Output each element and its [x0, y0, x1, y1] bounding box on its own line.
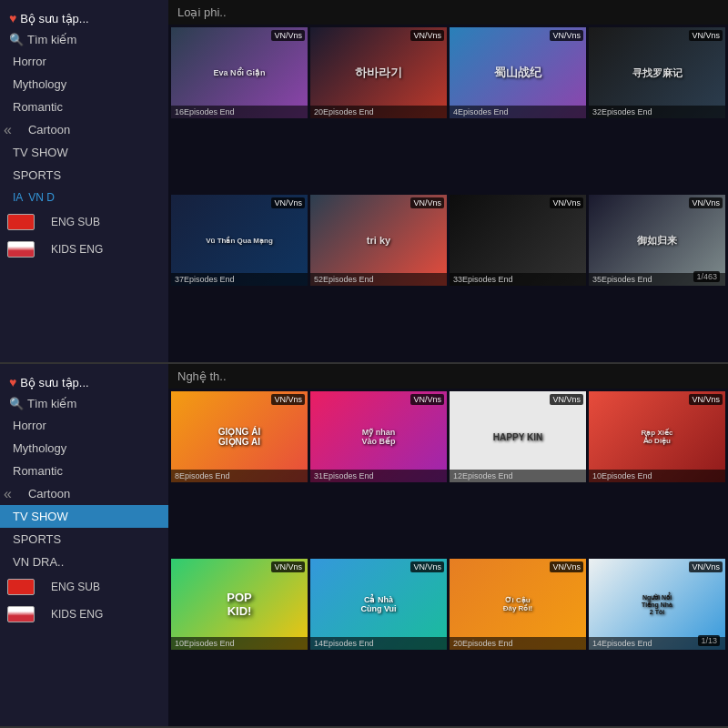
- card-top-0[interactable]: Eva Nổi Giận VN/Vns 16Episodes End: [171, 27, 308, 118]
- sidebar-item-mythology-bottom[interactable]: Mythology: [0, 437, 168, 460]
- sidebar-item-tvshow-top[interactable]: TV SHOW: [0, 141, 168, 164]
- card-footer-top-5: 52Episodes End: [310, 273, 447, 286]
- kids-eng-top[interactable]: KIDS ENG: [38, 239, 116, 259]
- card-title-bottom-5: Cả NhàCùng Vui: [360, 595, 396, 613]
- card-bottom-7[interactable]: Người NổiTiếng Nhà2 Tôi VN/Vns 14Episode…: [589, 559, 725, 650]
- card-bg-bottom-5: Cả NhàCùng Vui: [310, 559, 447, 650]
- main-content-bottom: Nghệ th.. GIỌNG ÁIGIỌNG AI VN/Vns 8Episo…: [168, 364, 728, 726]
- card-title-bottom-0: GIỌNG ÁIGIỌNG AI: [218, 427, 260, 447]
- card-top-2[interactable]: 蜀山战纪 VN/Vns 4Episodes End: [450, 27, 586, 118]
- card-title-bottom-4: POPKID!: [227, 591, 251, 618]
- card-top-1[interactable]: 하바라기 VN/Vns 20Episodes End: [310, 27, 447, 118]
- tag-vnd[interactable]: VN D: [28, 191, 55, 204]
- card-bg-bottom-0: GIỌNG ÁIGIỌNG AI: [171, 391, 308, 482]
- sidebar-item-cartoon-bottom[interactable]: Cartoon: [15, 482, 83, 505]
- card-badge-bottom-6: VN/Vns: [550, 561, 583, 572]
- card-badge-top-0: VN/Vns: [271, 30, 305, 41]
- card-top-6[interactable]: VN/Vns 33Episodes End: [450, 195, 586, 286]
- bottom-collection-title: Bộ sưu tập...: [20, 376, 88, 389]
- panel-bottom: ♥ Bộ sưu tập... 🔍 Tìm kiếm Horror Mythol…: [0, 364, 728, 728]
- card-bg-bottom-4: POPKID!: [171, 559, 308, 650]
- card-bottom-3[interactable]: Rạp XiếcẢo Diệu VN/Vns 10Episodes End: [589, 391, 725, 482]
- card-footer-bottom-4: 10Episodes End: [171, 637, 308, 650]
- card-bottom-4[interactable]: POPKID! VN/Vns 10Episodes End: [171, 559, 308, 650]
- bottom-search-row[interactable]: 🔍 Tìm kiếm: [0, 393, 168, 414]
- card-title-bottom-7: Người NổiTiếng Nhà2 Tôi: [642, 594, 672, 615]
- sidebar-bottom: ♥ Bộ sưu tập... 🔍 Tìm kiếm Horror Mythol…: [0, 364, 168, 726]
- top-sidebar-header: ♥ Bộ sưu tập...: [0, 7, 168, 29]
- card-footer-top-0: 16Episodes End: [171, 106, 308, 118]
- eng-sub-bottom[interactable]: ENG SUB: [38, 577, 113, 597]
- top-search-label: Tìm kiếm: [27, 33, 76, 46]
- sidebar-item-tvshow-bottom[interactable]: TV SHOW: [0, 505, 168, 528]
- card-bg-top-2: 蜀山战纪: [450, 27, 586, 118]
- card-footer-bottom-6: 20Episodes End: [450, 637, 586, 650]
- card-badge-bottom-0: VN/Vns: [271, 394, 305, 405]
- flag-row-bottom: ENG SUB: [0, 573, 168, 601]
- chevron-back-bottom: «: [0, 484, 15, 504]
- card-top-7[interactable]: 御如归来 VN/Vns 35Episodes End 1/463: [589, 195, 725, 286]
- card-badge-bottom-4: VN/Vns: [271, 561, 305, 572]
- card-footer-bottom-2: 12Episodes End: [450, 470, 586, 482]
- card-bottom-6[interactable]: Ơi CậuĐây Rồi! VN/Vns 20Episodes End: [450, 559, 586, 650]
- card-title-top-4: Vũ Thần Qua Mạng: [206, 237, 273, 245]
- page-badge-top: 1/463: [693, 271, 720, 282]
- card-badge-top-6: VN/Vns: [550, 197, 583, 208]
- card-title-top-2: 蜀山战纪: [494, 65, 541, 81]
- sidebar-item-horror-bottom[interactable]: Horror: [0, 414, 168, 437]
- card-bg-top-4: Vũ Thần Qua Mạng: [171, 195, 308, 286]
- card-bg-top-5: tri ky: [310, 195, 447, 286]
- card-footer-top-4: 37Episodes End: [171, 273, 308, 286]
- card-bottom-1[interactable]: Mỹ nhanVào Bếp VN/Vns 31Episodes End: [310, 391, 447, 482]
- card-badge-top-4: VN/Vns: [271, 197, 305, 208]
- page-badge-bottom: 1/13: [698, 635, 720, 646]
- card-badge-bottom-1: VN/Vns: [410, 394, 444, 405]
- card-top-4[interactable]: Vũ Thần Qua Mạng VN/Vns 37Episodes End: [171, 195, 308, 286]
- flag-kr-top: [7, 241, 35, 258]
- card-badge-bottom-3: VN/Vns: [689, 394, 723, 405]
- sidebar-item-sports-top[interactable]: SPORTS: [0, 164, 168, 187]
- sidebar-item-romantic-top[interactable]: Romantic: [0, 96, 168, 118]
- grid-bottom: GIỌNG ÁIGIỌNG AI VN/Vns 8Episodes End Mỹ…: [168, 389, 728, 726]
- card-bottom-5[interactable]: Cả NhàCùng Vui VN/Vns 14Episodes End: [310, 559, 447, 650]
- sidebar-item-mythology-top[interactable]: Mythology: [0, 73, 168, 96]
- card-badge-bottom-7: VN/Vns: [689, 561, 723, 572]
- card-bottom-2[interactable]: HAPPY KIN VN/Vns 12Episodes End: [450, 391, 586, 482]
- card-badge-top-2: VN/Vns: [550, 30, 583, 41]
- card-footer-bottom-0: 8Episodes End: [171, 470, 308, 482]
- tag-ia[interactable]: IA: [13, 191, 23, 204]
- top-search-row[interactable]: 🔍 Tìm kiếm: [0, 29, 168, 50]
- content-header-label-bottom: Nghệ th..: [177, 369, 227, 383]
- flag-vn-bottom: [7, 579, 35, 595]
- kids-eng-bottom[interactable]: KIDS ENG: [38, 604, 116, 624]
- tag-row-top: IA VN D: [0, 187, 168, 208]
- sidebar-item-romantic-bottom[interactable]: Romantic: [0, 460, 168, 482]
- card-top-5[interactable]: tri ky VN/Vns 52Episodes End: [310, 195, 447, 286]
- eng-sub-top[interactable]: ENG SUB: [38, 212, 113, 232]
- flag-row-kids-top: KIDS ENG: [0, 236, 168, 263]
- sidebar-item-sports-bottom[interactable]: SPORTS: [0, 528, 168, 551]
- card-bg-top-3: 寻找罗麻记: [589, 27, 725, 118]
- card-footer-top-2: 4Episodes End: [450, 106, 586, 118]
- chevron-back-top: «: [0, 120, 15, 140]
- search-icon-bottom: 🔍: [9, 397, 24, 410]
- sidebar-item-vndra-bottom[interactable]: VN DRA..: [0, 551, 168, 573]
- card-bottom-0[interactable]: GIỌNG ÁIGIỌNG AI VN/Vns 8Episodes End: [171, 391, 308, 482]
- content-header-bottom: Nghệ th..: [168, 364, 728, 389]
- card-title-top-1: 하바라기: [355, 65, 402, 81]
- card-badge-top-5: VN/Vns: [410, 197, 444, 208]
- top-collection-title: Bộ sưu tập...: [20, 12, 88, 25]
- card-bg-bottom-3: Rạp XiếcẢo Diệu: [589, 391, 725, 482]
- card-badge-top-7: VN/Vns: [689, 197, 723, 208]
- card-bg-bottom-2: HAPPY KIN: [450, 391, 586, 482]
- grid-top: Eva Nổi Giận VN/Vns 16Episodes End 하바라기 …: [168, 25, 728, 362]
- card-badge-top-1: VN/Vns: [410, 30, 444, 41]
- card-title-top-7: 御如归来: [637, 234, 677, 248]
- sidebar-item-horror-top[interactable]: Horror: [0, 50, 168, 73]
- main-content-top: Loại phi.. Eva Nổi Giận VN/Vns 16Episode…: [168, 0, 728, 362]
- bottom-sidebar-header: ♥ Bộ sưu tập...: [0, 371, 168, 393]
- card-bg-bottom-1: Mỹ nhanVào Bếp: [310, 391, 447, 482]
- card-top-3[interactable]: 寻找罗麻记 VN/Vns 32Episodes End: [589, 27, 725, 118]
- flag-vn-top: [7, 214, 35, 230]
- sidebar-item-cartoon-top[interactable]: Cartoon: [15, 118, 83, 141]
